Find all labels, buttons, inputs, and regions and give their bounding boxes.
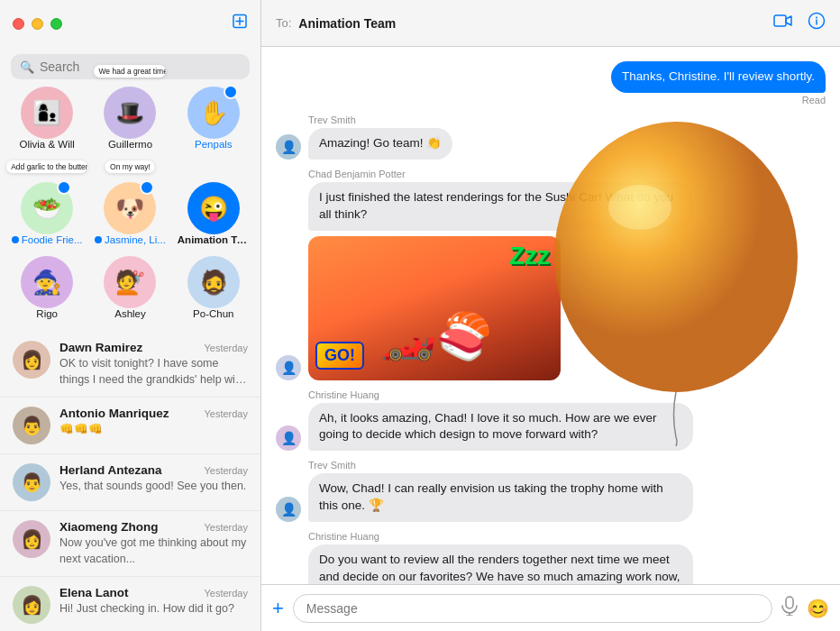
convo-name: Dawn Ramirez — [59, 341, 142, 354]
traffic-lights — [13, 18, 62, 30]
message-bubble: Wow, Chad! I can really envision us taki… — [308, 473, 693, 522]
messages-area: Thanks, Christine. I'll review shortly. … — [261, 47, 840, 584]
contact-name: Foodie Frie... — [12, 234, 83, 245]
message-bubble: Amazing! Go team! 👏 — [308, 128, 452, 160]
chat-recipient: Animation Team — [298, 16, 766, 31]
message-row: Thanks, Christine. I'll review shortly. … — [276, 61, 826, 105]
video-call-button[interactable] — [773, 14, 793, 32]
titlebar — [0, 0, 260, 47]
message-content: Chad Benjamin Potter I just finished the… — [308, 169, 693, 380]
chat-header: To: Animation Team — [261, 0, 840, 47]
message-content: Christine Huang Ah, it looks amazing, Ch… — [308, 389, 693, 452]
convo-preview: 👊👊👊 — [59, 422, 248, 438]
convo-item-antonio[interactable]: 👨 Antonio Manriquez Yesterday 👊👊👊 — [0, 398, 260, 454]
close-button[interactable] — [13, 18, 24, 30]
message-row: 👤 Trev Smith Amazing! Go team! 👏 — [276, 114, 826, 160]
convo-item-dawn[interactable]: 👩 Dawn Ramirez Yesterday OK to visit ton… — [0, 332, 260, 398]
convo-item-xiaomeng[interactable]: 👩 Xiaomeng Zhong Yesterday Now you've go… — [0, 511, 260, 577]
sender-name: Trev Smith — [308, 460, 693, 471]
convo-body: Xiaomeng Zhong Yesterday Now you've got … — [59, 520, 248, 567]
avatar: 👤 — [276, 497, 301, 522]
minimize-button[interactable] — [32, 18, 43, 30]
message-row: 👤 Christine Huang Do you want to review … — [276, 531, 826, 584]
avatar: 👨 — [13, 463, 50, 501]
to-label: To: — [276, 16, 291, 30]
contact-guillermo[interactable]: We had a great time. Home with... 🎩 Guil… — [94, 87, 166, 150]
unread-badge — [224, 85, 238, 99]
convo-item-herland[interactable]: 👨 Herland Antezana Yesterday Yes, that s… — [0, 454, 260, 511]
sender-name: Christine Huang — [308, 531, 693, 542]
contact-name: Animation Team — [178, 234, 250, 245]
search-icon: 🔍 — [20, 60, 34, 74]
message-content: Trev Smith Amazing! Go team! 👏 — [308, 114, 452, 160]
sender-name: Christine Huang — [308, 389, 693, 400]
message-content: Christine Huang Do you want to review al… — [308, 531, 693, 584]
message-row: 👤 Christine Huang Ah, it looks amazing, … — [276, 389, 826, 452]
chat-area: To: Animation Team Thanks, Chris — [261, 0, 840, 631]
contact-name: Po-Chun — [193, 308, 233, 319]
convo-body: Dawn Ramirez Yesterday OK to visit tonig… — [59, 341, 248, 388]
z-sticker: Zzz — [509, 242, 550, 270]
contact-animation-team[interactable]: 😜 Animation Team — [178, 159, 250, 245]
message-bubble: Do you want to review all the renders to… — [308, 544, 693, 584]
convo-time: Yesterday — [204, 343, 248, 353]
convo-time: Yesterday — [204, 465, 248, 476]
emoji-button[interactable]: 😊 — [807, 598, 829, 619]
convo-name: Xiaomeng Zhong — [59, 520, 159, 534]
speech-bubble-guillermo: We had a great time. Home with... — [94, 65, 166, 78]
message-input[interactable] — [293, 594, 772, 623]
contact-ashley[interactable]: 💇 Ashley — [94, 256, 166, 319]
sidebar: 🔍 👩‍👦 Olivia & Will We had a great time.… — [0, 0, 261, 631]
convo-name: Herland Antezana — [59, 463, 162, 477]
conversation-list: 👩 Dawn Ramirez Yesterday OK to visit ton… — [0, 332, 260, 631]
compose-button[interactable] — [232, 14, 248, 34]
speech-bubble-jasmine: On my way! — [105, 160, 155, 173]
avatar: 👤 — [276, 134, 301, 160]
convo-preview: OK to visit tonight? I have some things … — [59, 356, 248, 388]
avatar: 👩 — [13, 586, 50, 624]
unread-badge — [140, 180, 154, 195]
sushi-car-image: 🏎️🍣 GO! Zzz — [308, 236, 561, 380]
pinned-contacts-row1: 👩‍👦 Olivia & Will We had a great time. H… — [0, 87, 260, 155]
svg-rect-4 — [786, 597, 793, 608]
convo-item-elena[interactable]: 👩 Elena Lanot Yesterday Hi! Just checkin… — [0, 577, 260, 631]
convo-body: Antonio Manriquez Yesterday 👊👊👊 — [59, 407, 248, 438]
contact-po-chun[interactable]: 🧔 Po-Chun — [178, 256, 250, 319]
chat-header-icons — [773, 12, 826, 34]
contact-jasmine[interactable]: On my way! 🐶 Jasmine, Li... — [94, 159, 166, 245]
convo-time: Yesterday — [204, 408, 248, 419]
contact-name: Rigo — [36, 308, 58, 319]
contact-penpals[interactable]: ✋ Penpals — [178, 87, 250, 150]
convo-preview: Yes, that sounds good! See you then. — [59, 479, 248, 495]
message-content: Trev Smith Wow, Chad! I can really envis… — [308, 460, 693, 522]
contact-name: Jasmine, Li... — [95, 234, 166, 245]
sender-name: Chad Benjamin Potter — [308, 169, 693, 179]
pinned-contacts-row2: Add garlic to the butter, and then... 🥗 … — [0, 159, 260, 251]
add-attachment-button[interactable]: + — [272, 599, 284, 618]
contact-rigo[interactable]: 🧙 Rigo — [11, 256, 83, 319]
pinned-contacts-row3: 🧙 Rigo 💇 Ashley 🧔 Po-Chun — [0, 256, 260, 325]
sender-name: Trev Smith — [308, 114, 452, 125]
info-button[interactable] — [808, 12, 826, 34]
convo-name: Elena Lanot — [59, 586, 129, 599]
avatar: 👨 — [13, 407, 50, 444]
avatar: 👤 — [276, 425, 301, 451]
speech-bubble-foodie: Add garlic to the butter, and then... — [6, 160, 87, 173]
maximize-button[interactable] — [50, 18, 62, 30]
message-bubble: I just finished the latest renderings fo… — [308, 182, 693, 231]
contact-foodie[interactable]: Add garlic to the butter, and then... 🥗 … — [11, 159, 83, 245]
read-status: Read — [611, 95, 826, 105]
message-bubble: Thanks, Christine. I'll review shortly. — [611, 61, 826, 93]
convo-body: Herland Antezana Yesterday Yes, that sou… — [59, 463, 248, 495]
contact-name: Ashley — [114, 308, 146, 319]
go-sticker: GO! — [315, 342, 364, 370]
message-bubble: Ah, it looks amazing, Chad! I love it so… — [308, 403, 693, 452]
avatar: 👩 — [13, 520, 50, 558]
convo-name: Antonio Manriquez — [59, 407, 169, 420]
contact-olivia-will[interactable]: 👩‍👦 Olivia & Will — [11, 87, 83, 150]
convo-time: Yesterday — [204, 588, 248, 599]
convo-preview: Now you've got me thinking about my next… — [59, 535, 248, 567]
voice-button[interactable] — [781, 596, 798, 620]
message-content: Thanks, Christine. I'll review shortly. … — [611, 61, 826, 105]
message-input-bar: + 😊 — [261, 584, 840, 631]
